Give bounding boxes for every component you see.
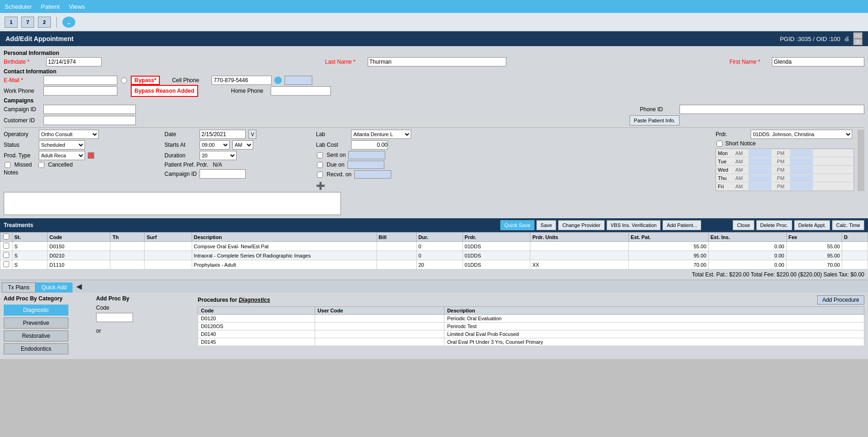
paste-patient-info-button[interactable]: Paste Patient Info. [630, 115, 680, 126]
toolbar-btn-7[interactable]: 7 [21, 17, 34, 28]
homephone-input[interactable] [271, 86, 331, 96]
vbs-button[interactable]: VBS Ins. Verification [607, 220, 661, 230]
day-tue-pm-time[interactable] [790, 158, 813, 165]
campaign-id-input[interactable] [43, 105, 136, 114]
day-tue-am-time[interactable] [748, 158, 771, 165]
appointment-details: Operatory Ortho Consult Status Scheduled… [4, 130, 864, 191]
change-provider-button[interactable]: Change Provider [558, 220, 605, 230]
row-est-pat-0: 55.00 [629, 242, 709, 251]
starts-at-time-select[interactable]: 09:00 [200, 140, 230, 150]
close-button[interactable]: Close [733, 220, 754, 230]
campaign-id-row: Campaign ID Phone ID [4, 105, 864, 114]
close-button[interactable]: X [853, 39, 862, 45]
category-btn-restorative[interactable]: Restorative [4, 330, 68, 341]
prdr-select[interactable]: 01DDS: Johnson, Christina [751, 130, 852, 139]
day-mon-pm-time[interactable] [790, 150, 813, 157]
lastname-input[interactable] [368, 57, 506, 66]
day-mon-am-time[interactable] [748, 150, 771, 157]
date-input[interactable] [200, 130, 246, 139]
sent-on-date[interactable] [348, 151, 385, 159]
bottom-tabs: Tx Plans Quick Add ◀ [0, 280, 868, 293]
pgid-label: PGID :3035 / OID :100 [780, 36, 840, 42]
email-input[interactable] [43, 76, 117, 85]
recvd-on-date[interactable] [354, 170, 391, 179]
firstname-input[interactable] [772, 57, 864, 66]
proc-row[interactable]: D0120OS Perirodc Test [198, 323, 864, 330]
day-mon-pm: PM [771, 150, 790, 156]
delete-appt-button[interactable]: Delete Appt. [794, 220, 830, 230]
category-btn-diagnostic[interactable]: Diagnostic [4, 305, 68, 316]
tab-quick-add[interactable]: Quick Add [36, 282, 73, 293]
row-est-pat-1: 95.00 [629, 251, 709, 260]
add-procedure-button[interactable]: Add Procedure [817, 295, 864, 305]
row-checkbox-0[interactable] [3, 243, 9, 249]
save-button[interactable]: Save [536, 220, 556, 230]
print-icon[interactable]: 🖨 [844, 36, 850, 42]
toolbar-btn-1[interactable]: 1 [5, 17, 18, 28]
day-fri-am-time[interactable] [748, 183, 771, 190]
customer-id-input[interactable] [43, 116, 136, 125]
cellphone-extra-input[interactable] [285, 76, 312, 85]
category-btn-endodontics[interactable]: Endodontics [4, 343, 68, 354]
row-d-0 [842, 242, 868, 251]
row-st-1: S [12, 251, 48, 260]
cancelled-checkbox[interactable] [38, 162, 44, 168]
operatory-select[interactable]: Ortho Consult [39, 130, 99, 139]
lab-select[interactable]: Atlanta Denture L [351, 130, 411, 139]
prod-type-color-icon [88, 152, 94, 159]
email-radio[interactable] [121, 78, 127, 84]
lab-cost-input[interactable] [351, 140, 388, 150]
day-wed-pm-time[interactable] [790, 166, 813, 174]
status-select[interactable]: Scheduled [39, 140, 85, 150]
recvd-on-checkbox[interactable] [317, 172, 323, 178]
proc-row[interactable]: D0140 Limited Oral Eval Prob Focused [198, 330, 864, 338]
day-fri-pm-time[interactable] [790, 183, 813, 190]
category-btn-preventive[interactable]: Preventive [4, 317, 68, 329]
workphone-input[interactable] [43, 86, 117, 96]
day-wed-am-time[interactable] [748, 166, 771, 174]
delete-proc-button[interactable]: Delete Proc. [756, 220, 793, 230]
prod-type-select[interactable]: Adult Reca [39, 151, 85, 160]
menu-patient[interactable]: Patient [41, 3, 60, 10]
starts-at-ampm-select[interactable]: AM [232, 140, 253, 150]
calc-time-button[interactable]: Calc. Time [832, 220, 864, 230]
prdr-row: Prdr. 01DDS: Johnson, Christina [716, 130, 854, 139]
proc-table-header-row: Code User Code Description [198, 307, 864, 315]
main-scrollbar[interactable] [858, 130, 864, 191]
select-all-checkbox[interactable] [3, 233, 9, 239]
days-row-fri: Fri AM PM [716, 182, 854, 191]
row-checkbox-1[interactable] [3, 252, 9, 258]
sent-on-checkbox[interactable] [317, 152, 323, 158]
col-check [0, 233, 12, 242]
row-checkbox-2[interactable] [3, 261, 9, 267]
status-label: Status [4, 142, 36, 148]
missed-checkbox[interactable] [5, 162, 11, 168]
proc-row[interactable]: D0145 Oral Eval Pt Under 3 Yrs, Counsel … [198, 338, 864, 346]
date-v-button[interactable]: V [249, 130, 256, 139]
proc-desc-1: Perirodc Test [444, 323, 864, 330]
day-thu-pm-time[interactable] [790, 174, 813, 182]
day-thu-am-time[interactable] [748, 174, 771, 182]
duration-select[interactable]: 20 [200, 151, 237, 160]
short-notice-checkbox[interactable] [716, 141, 722, 147]
chevron-down-icon[interactable]: ⌄ [62, 17, 75, 28]
due-on-date[interactable] [347, 161, 384, 169]
cancelled-label: Cancelled [48, 162, 73, 168]
add-patient-button[interactable]: Add Patient... [662, 220, 701, 230]
campaign-id-appt-input[interactable] [200, 169, 246, 179]
notes-textarea[interactable] [4, 192, 341, 215]
code-input[interactable] [96, 313, 133, 322]
cellphone-input[interactable] [212, 76, 272, 85]
minimize-button[interactable]: — [853, 32, 862, 39]
menu-views[interactable]: Views [69, 3, 85, 10]
add-icon[interactable]: ➕ [316, 182, 325, 190]
menu-scheduler[interactable]: Scheduler [5, 3, 32, 10]
tab-tx-plans[interactable]: Tx Plans [2, 282, 36, 293]
toolbar-btn-2[interactable]: 2 [38, 17, 51, 28]
quick-save-button[interactable]: Quick Save [500, 220, 534, 230]
birthdate-input[interactable] [46, 57, 102, 66]
phone-id-input[interactable] [680, 105, 864, 114]
bypass-button[interactable]: Bypass* [131, 76, 160, 85]
due-on-checkbox[interactable] [317, 162, 323, 168]
proc-row[interactable]: D0120 Periodic Oral Evaluation [198, 315, 864, 323]
